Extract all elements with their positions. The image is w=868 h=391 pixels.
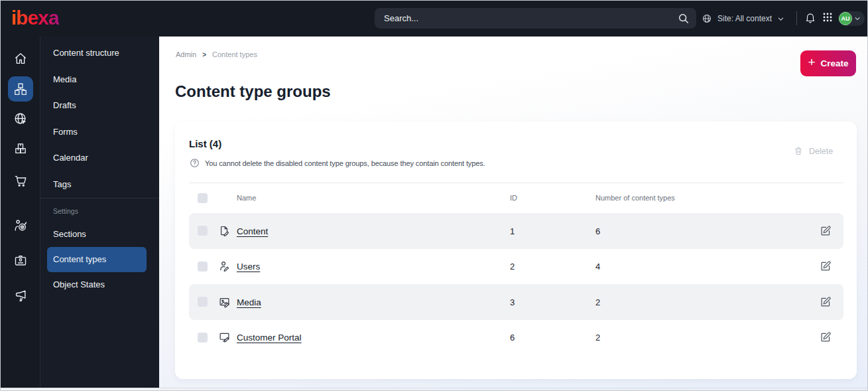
edit-group-button[interactable] xyxy=(820,260,832,272)
sidebar-item-object-states[interactable]: Object States xyxy=(47,272,147,297)
sidebar-item-forms[interactable]: Forms xyxy=(40,119,159,145)
sidebar-item-tags[interactable]: Tags xyxy=(40,171,159,198)
group-name-link[interactable]: Media xyxy=(237,297,261,307)
topbar-divider xyxy=(796,11,797,25)
edit-icon xyxy=(820,225,832,237)
edit-icon xyxy=(820,260,832,272)
rail-marketing-megaphone-button[interactable] xyxy=(8,283,33,308)
admin-badge-icon xyxy=(13,253,28,268)
create-button-label: Create xyxy=(821,58,849,68)
group-name-link-wrap: Content xyxy=(237,225,268,237)
plus-icon: + xyxy=(808,55,815,70)
search-input[interactable] xyxy=(375,13,678,23)
trash-icon xyxy=(794,146,803,156)
table-header: Name ID Number of content types xyxy=(189,190,843,206)
rail-admin-badge-button[interactable] xyxy=(8,248,33,273)
product-catalog-icon xyxy=(13,141,28,156)
ibexa-logo[interactable]: ibexa xyxy=(11,7,59,29)
sidebar-item-calendar[interactable]: Calendar xyxy=(40,145,159,171)
table-body: Content16Users24Media32Customer Portal62 xyxy=(189,213,843,355)
group-name-link[interactable]: Users xyxy=(237,262,260,272)
sidebar-item-content-structure[interactable]: Content structure xyxy=(40,40,159,66)
column-header-id: ID xyxy=(510,194,517,202)
rail-personalization-target-button[interactable] xyxy=(8,213,33,238)
chevron-down-icon xyxy=(854,15,861,22)
group-name-link[interactable]: Customer Portal xyxy=(237,333,302,343)
delete-button[interactable]: Delete xyxy=(794,146,833,156)
group-count: 4 xyxy=(595,262,600,272)
table-row-content: Content16 xyxy=(189,213,843,249)
table-row-users: Users24 xyxy=(189,249,843,285)
group-name-link-wrap: Media xyxy=(237,296,261,308)
rail-commerce-cart-button[interactable] xyxy=(8,168,33,193)
site-context-label: Site: All context xyxy=(717,14,772,23)
row-checkbox[interactable] xyxy=(198,262,208,272)
info-message-text: You cannot delete the disabled content t… xyxy=(205,159,485,167)
sidebar-item-sections[interactable]: Sections xyxy=(47,222,147,247)
group-count: 2 xyxy=(595,333,600,343)
rail-home-button[interactable] xyxy=(8,46,33,71)
notifications-bell-icon[interactable] xyxy=(804,12,816,24)
delete-button-label: Delete xyxy=(809,147,833,156)
content-file-icon xyxy=(219,225,230,236)
table-divider xyxy=(189,183,843,183)
media-image-icon xyxy=(219,296,230,307)
avatar: AU xyxy=(839,12,852,25)
table-row-media: Media32 xyxy=(189,284,843,320)
group-id: 3 xyxy=(510,297,515,307)
user-menu[interactable]: AU xyxy=(838,11,865,26)
site-context-selector[interactable]: Site: All context xyxy=(702,9,784,28)
column-header-count: Number of content types xyxy=(595,194,675,202)
edit-icon xyxy=(820,296,832,308)
rail-product-catalog-button[interactable] xyxy=(8,136,33,161)
content-structure-icon xyxy=(13,82,28,96)
group-id: 2 xyxy=(510,262,515,272)
sidebar-item-media[interactable]: Media xyxy=(40,66,159,93)
icon-rail xyxy=(1,37,40,388)
top-bar: ibexa Site: All context AU xyxy=(1,1,867,37)
group-name-link[interactable]: Content xyxy=(237,226,268,236)
row-checkbox[interactable] xyxy=(198,333,208,343)
search-box xyxy=(375,8,696,29)
chevron-down-icon xyxy=(777,15,784,23)
app-window: ibexa Site: All context AU Content struc… xyxy=(0,0,868,391)
search-icon xyxy=(678,13,689,24)
create-button[interactable]: + Create xyxy=(800,50,856,76)
edit-group-button[interactable] xyxy=(820,225,832,237)
help-question-icon xyxy=(190,158,200,168)
breadcrumb-separator-icon: > xyxy=(202,51,206,58)
main-content: Admin > Content types + Create Content t… xyxy=(159,37,868,388)
customer-portal-icon xyxy=(219,332,230,343)
rail-content-structure-button[interactable] xyxy=(8,76,33,102)
select-all-checkbox[interactable] xyxy=(198,193,208,203)
edit-group-button[interactable] xyxy=(820,331,832,343)
sidebar-item-content-types[interactable]: Content types xyxy=(47,247,147,272)
breadcrumb-current: Content types xyxy=(212,50,257,58)
marketing-megaphone-icon xyxy=(13,288,28,303)
sidebar-menu: Content structureMediaDraftsFormsCalenda… xyxy=(40,37,159,388)
row-checkbox[interactable] xyxy=(198,226,208,236)
breadcrumb: Admin > Content types xyxy=(176,50,257,58)
group-name-link-wrap: Users xyxy=(237,260,260,272)
edit-group-button[interactable] xyxy=(820,296,832,308)
sidebar-settings-label: Settings xyxy=(40,198,159,222)
breadcrumb-admin[interactable]: Admin xyxy=(176,50,196,58)
personalization-target-icon xyxy=(13,218,28,233)
column-header-name: Name xyxy=(237,194,256,202)
row-checkbox[interactable] xyxy=(198,297,208,307)
users-person-icon xyxy=(219,261,230,272)
rail-site-globe-button[interactable] xyxy=(8,106,33,131)
app-switcher-grid-icon[interactable] xyxy=(822,12,833,23)
table-row-customer-portal: Customer Portal62 xyxy=(189,320,843,356)
group-count: 6 xyxy=(595,226,600,236)
group-id: 1 xyxy=(510,226,515,236)
info-message: You cannot delete the disabled content t… xyxy=(190,158,485,168)
sidebar-item-drafts[interactable]: Drafts xyxy=(40,92,159,119)
page-title: Content type groups xyxy=(175,82,331,101)
site-globe-icon xyxy=(13,112,28,126)
commerce-cart-icon xyxy=(13,173,28,188)
content-type-groups-card: List (4) You cannot delete the disabled … xyxy=(175,121,857,379)
group-name-link-wrap: Customer Portal xyxy=(237,331,302,343)
edit-icon xyxy=(820,331,832,343)
list-title: List (4) xyxy=(189,138,221,149)
